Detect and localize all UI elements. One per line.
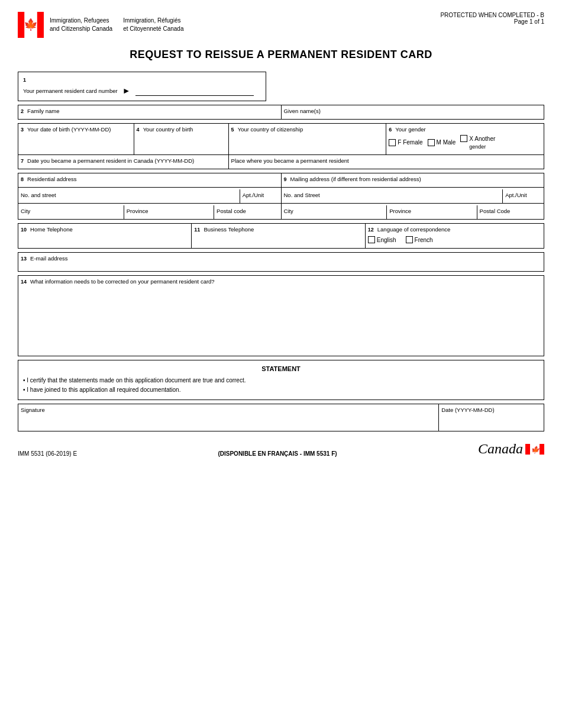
canada-flag-icon: 🍁 (18, 12, 44, 38)
residential-city-cell: City (21, 205, 124, 219)
residential-street-row: No. and street Apt./Unit (21, 189, 279, 203)
gender-m-label: M Male (437, 139, 456, 146)
mailing-street-label: No. and Street (284, 192, 320, 198)
field7b-label: Place where you became a permanent resid… (231, 157, 349, 164)
field13-label: E-mail address (30, 255, 67, 262)
residential-city-row: City Province Postal code (21, 205, 279, 219)
mailing-street-cell: No. and Street (284, 189, 503, 203)
field9-label: Mailing address (if different from resid… (290, 176, 421, 182)
field9-number: 9 (284, 176, 287, 182)
canada-wordmark: Canada 🍁 (478, 441, 544, 457)
statement-bullets: • I certify that the statements made on … (23, 376, 539, 395)
residential-apt-cell: Apt./Unit (240, 189, 278, 203)
field11-number: 11 (194, 227, 200, 233)
mailing-postal-cell: Postal Code (477, 205, 541, 219)
residential-postal-label: Postal code (217, 208, 246, 214)
field14-number: 14 (21, 279, 27, 285)
field10-label: Home Telephone (30, 226, 73, 233)
mailing-city-row: City Province Postal Code (284, 205, 542, 219)
page-header: 🍁 Immigration, Refugees and Citizenship … (18, 12, 544, 38)
section14-correction: 14 What information needs to be correcte… (18, 275, 544, 356)
section2-names: 2 Family name Given name(s) (18, 105, 544, 120)
svg-text:🍁: 🍁 (24, 18, 38, 31)
arrow-icon: ► (122, 86, 131, 95)
page-number: Page 1 of 1 (440, 18, 544, 25)
field1-number: 1 (23, 77, 26, 83)
section10-12-tel: 10 Home Telephone 11 Business Telephone … (18, 223, 544, 249)
statement-bullet1: • I certify that the statements made on … (23, 376, 539, 385)
dept-name-en: Immigration, Refugees and Citizenship Ca… (50, 17, 112, 33)
field7-label: Date you became a permanent resident in … (27, 157, 194, 164)
english-label: English (377, 237, 396, 243)
field2-number: 2 (21, 108, 24, 114)
mailing-prov-cell: Province (387, 205, 477, 219)
field6-number: 6 (389, 127, 392, 133)
mailing-street-row: No. and Street Apt./Unit (284, 189, 542, 203)
page-footer: IMM 5531 (06-2019) E (DISPONIBLE EN FRAN… (18, 441, 544, 457)
dept-name-fr: Immigration, Réfugiés et Citoyenneté Can… (123, 17, 183, 33)
form-title: REQUEST TO REISSUE A PERMANENT RESIDENT … (18, 49, 544, 61)
signature-section: Signature Date (YYYY-MM-DD) (18, 404, 544, 431)
field2b-label: Given name(s) (284, 108, 321, 114)
statement-title: STATEMENT (23, 365, 539, 372)
section1-prcard: 1 Your permanent resident card number ► (18, 72, 266, 101)
statement-section: STATEMENT • I certify that the statement… (18, 360, 544, 400)
pr-card-input[interactable] (135, 85, 254, 96)
language-options: English French (368, 236, 541, 243)
field5-number: 5 (231, 127, 234, 133)
field14-label: What information needs to be corrected o… (30, 278, 215, 285)
field7-number: 7 (21, 158, 24, 164)
gender-f-checkbox[interactable] (389, 139, 396, 146)
french-label: French (415, 237, 433, 243)
residential-city-label: City (21, 208, 30, 214)
field4-number: 4 (137, 127, 140, 133)
protected-label: PROTECTED WHEN COMPLETED - B (440, 12, 544, 18)
mailing-apt-cell: Apt./Unit (503, 189, 541, 203)
form-number: IMM 5531 (06-2019) E (18, 450, 77, 457)
signature-label: Signature (21, 407, 45, 413)
field8-label: Residential address (27, 176, 76, 182)
field13-number: 13 (21, 256, 27, 262)
field12-number: 12 (368, 227, 374, 233)
field10-number: 10 (21, 227, 27, 233)
header-right: PROTECTED WHEN COMPLETED - B Page 1 of 1 (440, 12, 544, 25)
residential-street-label: No. and street (21, 192, 56, 198)
field2-label: Family name (27, 108, 59, 114)
field11-label: Business Telephone (204, 226, 254, 233)
residential-apt-label: Apt./Unit (243, 192, 264, 198)
residential-street-cell: No. and street (21, 189, 240, 203)
logo-area: 🍁 Immigration, Refugees and Citizenship … (18, 12, 183, 38)
field4-label: Your country of birth (143, 126, 193, 133)
english-checkbox[interactable] (368, 236, 375, 243)
gender-x-sublabel: gender (469, 144, 486, 150)
mailing-city-cell: City (284, 205, 387, 219)
gender-x-label: X Another (469, 136, 495, 142)
field5-label: Your country of citizenship (238, 126, 303, 133)
section8-9-address: 8 Residential address 9 Mailing address … (18, 173, 544, 220)
mailing-city-label: City (284, 208, 293, 214)
residential-prov-label: Province (127, 208, 148, 214)
field1-label: Your permanent resident card number (23, 88, 118, 94)
mailing-apt-label: Apt./Unit (505, 192, 527, 198)
french-checkbox[interactable] (406, 236, 413, 243)
field3-number: 3 (21, 127, 24, 133)
gender-m-checkbox[interactable] (428, 139, 435, 146)
mailing-prov-label: Province (389, 208, 411, 214)
section3-7: 3 Your date of birth (YYYY-MM-DD) 4 Your… (18, 123, 544, 169)
field3-label: Your date of birth (YYYY-MM-DD) (27, 126, 111, 133)
residential-prov-cell: Province (124, 205, 214, 219)
svg-rect-4 (525, 444, 530, 455)
residential-postal-cell: Postal code (214, 205, 279, 219)
footer-french-avail: (DISPONIBLE EN FRANÇAIS - IMM 5531 F) (218, 450, 337, 457)
svg-rect-5 (540, 444, 544, 455)
field8-number: 8 (21, 176, 24, 182)
gender-x-checkbox[interactable] (460, 135, 467, 142)
statement-bullet2: • I have joined to this application all … (23, 385, 539, 395)
svg-rect-1 (37, 12, 44, 38)
gender-options: F Female M Male X Another gender (389, 135, 541, 150)
mailing-postal-label: Postal Code (480, 208, 511, 214)
canada-flag-footer-icon: 🍁 (525, 444, 544, 455)
gender-f-label: F Female (398, 139, 422, 146)
canada-text: Canada (478, 441, 523, 457)
field6-label: Your gender (395, 126, 425, 133)
